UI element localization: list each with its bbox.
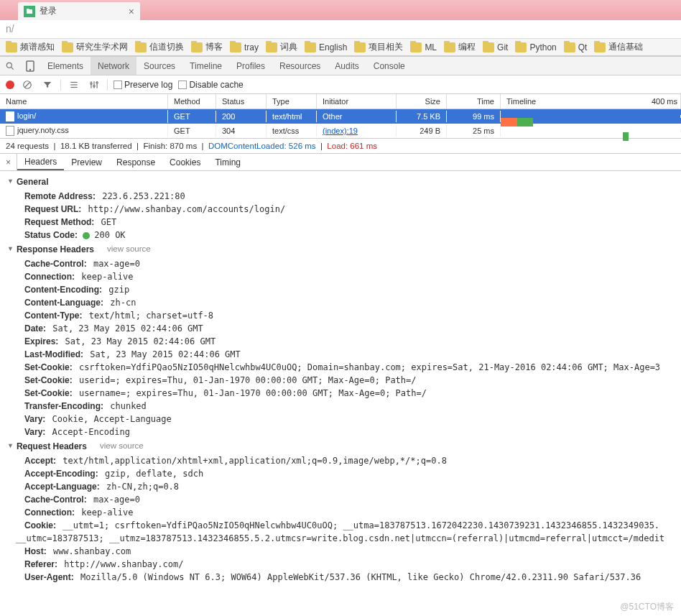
view-source-link[interactable]: view source — [100, 440, 144, 452]
network-table-header: Name Method Status Type Initiator Size T… — [0, 94, 681, 109]
folder-icon — [354, 42, 366, 52]
col-initiator[interactable]: Initiator — [317, 94, 397, 109]
svg-point-13 — [93, 85, 95, 86]
details-tab-preview[interactable]: Preview — [64, 154, 109, 170]
folder-icon — [305, 42, 316, 52]
summary-load: Load: 661 ms — [327, 142, 377, 150]
disable-cache-label: Disable cache — [189, 80, 243, 90]
header-row: Last-Modified Sat, 23 May 2015 02:44:06 … — [0, 348, 681, 361]
details-tab-response[interactable]: Response — [109, 154, 162, 170]
col-size[interactable]: Size — [397, 94, 447, 109]
response-headers-section[interactable]: Response Headersview source — [0, 242, 681, 257]
header-row: Date Sat, 23 May 2015 02:44:06 GMT — [0, 322, 681, 335]
network-row[interactable]: jquery.noty.cssGET304text/css(index):192… — [0, 124, 681, 138]
timeline-end-label: 400 ms — [652, 97, 677, 106]
svg-point-12 — [91, 83, 92, 84]
close-icon[interactable]: × — [129, 6, 134, 17]
details-close-icon[interactable]: × — [0, 154, 17, 170]
list-icon[interactable] — [67, 80, 81, 90]
bookmark-label: 通信基础 — [608, 41, 643, 53]
network-summary: 24 requests | 18.1 KB transferred | Fini… — [0, 138, 681, 154]
col-status[interactable]: Status — [216, 94, 267, 109]
bookmark-item[interactable]: 项目相关 — [354, 41, 403, 53]
folder-icon — [6, 42, 17, 52]
bookmark-label: 博客 — [205, 41, 223, 53]
folder-icon — [62, 42, 73, 52]
settings-icon[interactable] — [87, 80, 101, 90]
file-icon — [6, 111, 14, 121]
header-row: Accept text/html,application/xhtml+xml,a… — [0, 454, 681, 467]
general-section[interactable]: General — [0, 174, 681, 190]
devtools-tab-sources[interactable]: Sources — [136, 57, 182, 75]
devtools-tab-timeline[interactable]: Timeline — [182, 57, 229, 75]
header-row: __utmc=183787513; __utmz=183787513.14323… — [0, 532, 681, 545]
bookmarks-bar: 频谱感知研究生学术网信道切换博客tray词典English项目相关ML编程Git… — [0, 39, 681, 56]
svg-point-14 — [96, 81, 98, 83]
bookmark-item[interactable]: Qt — [564, 41, 588, 53]
favicon-icon — [24, 6, 35, 17]
devtools-tab-resources[interactable]: Resources — [272, 57, 328, 75]
col-name[interactable]: Name — [0, 94, 168, 109]
device-icon[interactable] — [20, 60, 40, 72]
header-row: Cache-Control max-age=0 — [0, 493, 681, 506]
bookmark-item[interactable]: 编程 — [444, 41, 476, 53]
summary-requests: 24 requests — [6, 142, 49, 150]
devtools-tab-network[interactable]: Network — [91, 57, 136, 75]
bookmark-label: English — [319, 42, 347, 52]
folder-icon — [230, 42, 241, 52]
header-row: Vary Accept-Encoding — [0, 426, 681, 438]
devtools-tab-elements[interactable]: Elements — [40, 57, 91, 75]
header-row: User-Agent Mozilla/5.0 (Windows NT 6.3; … — [0, 571, 681, 584]
header-row: Set-Cookie csrftoken=YdfiPQao5NzIO50qHNe… — [0, 361, 681, 374]
details-tab-timing[interactable]: Timing — [208, 154, 248, 170]
folder-icon — [191, 42, 203, 52]
bookmark-item[interactable]: English — [305, 41, 347, 53]
header-row: Expires Sat, 23 May 2015 02:44:06 GMT — [0, 335, 681, 348]
search-icon[interactable] — [0, 61, 20, 71]
devtools-tab-console[interactable]: Console — [366, 57, 412, 75]
preserve-log-checkbox[interactable]: Preserve log — [114, 80, 172, 90]
network-row[interactable]: login/GET200text/htmlOther7.5 KB99 ms — [0, 109, 681, 124]
bookmark-item[interactable]: ML — [410, 41, 437, 53]
devtools-tab-profiles[interactable]: Profiles — [229, 57, 272, 75]
header-row: Connection keep-alive — [0, 270, 681, 283]
record-icon[interactable] — [6, 81, 14, 89]
col-method[interactable]: Method — [168, 94, 216, 109]
request-headers-section[interactable]: Request Headersview source — [0, 438, 681, 454]
bookmark-item[interactable]: 通信基础 — [594, 41, 643, 53]
bookmark-item[interactable]: 研究生学术网 — [62, 41, 128, 53]
folder-icon — [410, 42, 422, 52]
col-type[interactable]: Type — [267, 94, 317, 109]
status-dot-icon — [83, 232, 90, 239]
bookmark-label: Qt — [578, 42, 588, 52]
folder-icon — [564, 42, 575, 52]
bookmark-label: Python — [529, 42, 556, 52]
col-timeline[interactable]: Timeline400 ms — [501, 94, 681, 109]
details-tab-cookies[interactable]: Cookies — [162, 154, 208, 170]
col-time[interactable]: Time — [447, 94, 501, 109]
browser-tab[interactable]: 登录 × — [18, 2, 140, 20]
details-tabs: × HeadersPreviewResponseCookiesTiming — [0, 154, 681, 171]
details-tab-headers[interactable]: Headers — [17, 154, 64, 170]
view-source-link[interactable]: view source — [107, 243, 151, 255]
header-row: Status Code 200 OK — [0, 229, 681, 242]
folder-icon — [483, 42, 494, 52]
bookmark-item[interactable]: tray — [230, 41, 259, 53]
bookmark-item[interactable]: 博客 — [191, 41, 223, 53]
url-text: n/ — [6, 23, 14, 35]
bookmark-item[interactable]: 词典 — [266, 41, 297, 53]
devtools-tab-audits[interactable]: Audits — [328, 57, 366, 75]
disable-cache-checkbox[interactable]: Disable cache — [178, 80, 243, 90]
bookmark-item[interactable]: Python — [515, 41, 556, 53]
bookmark-label: 编程 — [458, 41, 476, 53]
filter-icon[interactable] — [40, 80, 55, 90]
tab-title: 登录 — [40, 5, 129, 17]
header-row: Content-Type text/html; charset=utf-8 — [0, 309, 681, 322]
bookmark-item[interactable]: 信道切换 — [135, 41, 184, 53]
bookmark-item[interactable]: 频谱感知 — [6, 41, 55, 53]
header-row: Request Method GET — [0, 216, 681, 229]
url-bar[interactable]: n/ — [0, 20, 681, 39]
folder-icon — [515, 42, 527, 52]
bookmark-item[interactable]: Git — [483, 41, 508, 53]
clear-icon[interactable] — [20, 80, 34, 90]
